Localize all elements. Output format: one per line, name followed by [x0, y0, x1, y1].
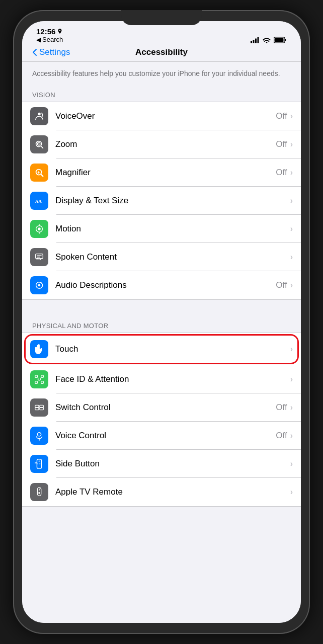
display-icon: AA [34, 195, 45, 206]
faceid-icon [34, 374, 45, 385]
search-back-label: ◀ Search [36, 36, 63, 43]
svg-point-35 [37, 432, 41, 436]
svg-rect-26 [41, 375, 44, 377]
svg-rect-19 [36, 254, 43, 258]
voiceover-item[interactable]: VoiceOver Off › [22, 102, 301, 130]
svg-rect-3 [258, 37, 259, 43]
magnifier-icon-bg: + [30, 164, 48, 182]
faceid-chevron: › [290, 375, 293, 384]
motion-icon-bg [30, 220, 48, 238]
magnifier-chevron: › [290, 168, 293, 177]
back-button[interactable]: Settings [32, 47, 70, 57]
notch [121, 10, 202, 25]
spoken-icon-bg [30, 248, 48, 266]
display-text-size-item[interactable]: AA Display & Text Size › [22, 187, 301, 215]
zoom-value: Off [276, 139, 287, 149]
touch-label: Touch [55, 344, 287, 354]
svg-text:+: + [37, 170, 40, 175]
faceid-icon-bg [30, 370, 48, 388]
svg-rect-33 [35, 408, 39, 410]
spoken-label: Spoken Content [55, 252, 287, 262]
display-label: Display & Text Size [55, 196, 287, 206]
zoom-label: Zoom [55, 139, 276, 149]
bottom-spacer [22, 507, 301, 522]
svg-point-30 [40, 377, 41, 378]
time-label: 12:56 [36, 27, 55, 36]
touch-chevron: › [290, 345, 293, 354]
description-block: Accessibility features help you customiz… [22, 62, 301, 87]
switch-label: Switch Control [55, 403, 276, 413]
touch-icon-bg [30, 340, 48, 358]
content-area: Accessibility features help you customiz… [22, 62, 301, 623]
svg-point-39 [38, 492, 40, 494]
svg-point-29 [38, 377, 39, 378]
voice-icon [34, 430, 45, 441]
zoom-item[interactable]: Zoom Off › [22, 130, 301, 158]
vision-header: VISION [22, 87, 301, 102]
magnifier-item[interactable]: + Magnifier Off › [22, 158, 301, 187]
audio-icon: " [34, 280, 45, 291]
spoken-icon [34, 252, 45, 263]
motion-icon [34, 223, 45, 234]
touch-item-container[interactable]: Touch › [22, 333, 301, 365]
tv-label: Apple TV Remote [55, 487, 287, 497]
voiceover-chevron: › [290, 112, 293, 121]
page-title: Accessibility [135, 47, 188, 57]
signal-icon [251, 37, 260, 43]
side-button-item[interactable]: Side Button › [22, 450, 301, 478]
motion-chevron: › [290, 224, 293, 233]
svg-line-12 [41, 174, 43, 176]
tv-chevron: › [290, 488, 293, 497]
switch-chevron: › [290, 403, 293, 412]
motion-label: Motion [55, 224, 287, 234]
svg-line-8 [41, 146, 43, 148]
touch-icon [34, 344, 45, 355]
side-icon-bg [30, 455, 48, 473]
spoken-content-item[interactable]: Spoken Content › [22, 243, 301, 271]
magnifier-icon: + [34, 167, 45, 178]
svg-rect-5 [275, 38, 284, 42]
voice-control-item[interactable]: Voice Control Off › [22, 422, 301, 450]
phone-frame: 12:56 ◀ Search [13, 10, 310, 634]
svg-text:AA: AA [35, 198, 42, 203]
physical-section: PHYSICAL AND MOTOR Touch [22, 318, 301, 507]
switch-control-item[interactable]: Switch Control Off › [22, 393, 301, 422]
svg-point-10 [38, 143, 39, 144]
svg-rect-1 [253, 40, 255, 43]
description-text: Accessibility features help you customiz… [32, 69, 280, 77]
apple-tv-item[interactable]: Apple TV Remote › [22, 478, 301, 506]
zoom-chevron: › [290, 140, 293, 149]
motion-item[interactable]: Motion › [22, 215, 301, 243]
vision-items: VoiceOver Off › [22, 102, 301, 300]
back-chevron-icon [32, 48, 37, 56]
faceid-item[interactable]: Face ID & Attention › [22, 365, 301, 393]
switch-value: Off [276, 403, 287, 413]
touch-inner[interactable]: Touch › [26, 335, 297, 363]
status-time: 12:56 [36, 27, 63, 36]
voiceover-label: VoiceOver [55, 111, 276, 121]
audio-chevron: › [290, 281, 293, 290]
side-label: Side Button [55, 459, 287, 469]
voiceover-value: Off [276, 111, 287, 121]
svg-rect-34 [40, 405, 43, 408]
back-label: Settings [39, 47, 70, 57]
svg-point-6 [38, 112, 41, 115]
audio-icon-bg: " [30, 276, 48, 294]
zoom-icon-bg [30, 135, 48, 153]
battery-icon [274, 37, 287, 43]
svg-text:": " [38, 283, 39, 287]
svg-point-16 [38, 227, 41, 230]
voice-value: Off [276, 431, 287, 441]
switch-icon-bg [30, 398, 48, 417]
magnifier-value: Off [276, 168, 287, 178]
tv-icon-bg [30, 483, 48, 501]
svg-rect-28 [41, 381, 44, 383]
vision-section: VISION VoiceOver Off › [22, 87, 301, 300]
tv-icon [34, 487, 45, 498]
status-icons [251, 37, 287, 43]
audio-descriptions-item[interactable]: " Audio Descriptions Off › [22, 271, 301, 299]
spoken-chevron: › [290, 253, 293, 262]
side-icon [34, 458, 45, 469]
wifi-icon [263, 37, 271, 43]
voice-chevron: › [290, 431, 293, 440]
